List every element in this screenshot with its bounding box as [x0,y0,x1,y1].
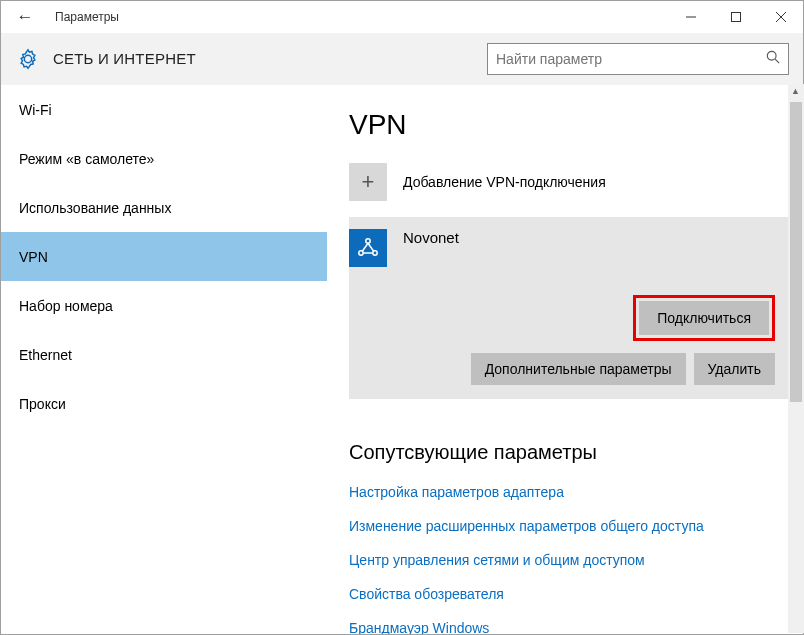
link-windows-firewall[interactable]: Брандмауэр Windows [349,620,803,634]
maximize-button[interactable] [713,1,758,33]
highlight-annotation: Подключиться [633,295,775,341]
header: СЕТЬ И ИНТЕРНЕТ [1,33,803,85]
close-icon [776,12,786,22]
sidebar-item-vpn[interactable]: VPN [1,232,327,281]
sidebar-item-data-usage[interactable]: Использование данных [1,183,327,232]
sidebar-item-wifi[interactable]: Wi-Fi [1,85,327,134]
vpn-connection-name: Novonet [387,229,459,246]
add-vpn-button[interactable]: + Добавление VPN-подключения [349,163,803,201]
scrollbar[interactable] [788,84,804,633]
svg-point-8 [373,251,377,255]
maximize-icon [731,12,741,22]
vpn-network-icon [349,229,387,267]
back-button[interactable]: ← [1,1,49,33]
search-icon [766,50,780,67]
svg-point-7 [359,251,363,255]
sidebar-item-label: Использование данных [19,200,171,216]
sidebar-item-label: VPN [19,249,48,265]
delete-button[interactable]: Удалить [694,353,775,385]
svg-point-4 [767,51,776,60]
sidebar-item-ethernet[interactable]: Ethernet [1,330,327,379]
advanced-options-button[interactable]: Дополнительные параметры [471,353,686,385]
sidebar: Wi-Fi Режим «в самолете» Использование д… [1,85,327,634]
connect-button[interactable]: Подключиться [639,301,769,335]
search-input[interactable] [496,51,766,67]
svg-line-9 [362,243,368,251]
related-settings: Сопутсвующие параметры Настройка парамет… [349,441,803,634]
section-title: СЕТЬ И ИНТЕРНЕТ [53,50,196,67]
gear-icon [17,48,39,70]
svg-point-6 [366,239,370,243]
titlebar: ← Параметры [1,1,803,33]
close-button[interactable] [758,1,803,33]
sidebar-item-label: Набор номера [19,298,113,314]
window-controls [668,1,803,33]
vpn-connection-item[interactable]: Novonet Подключиться Дополнительные пара… [349,217,789,399]
content: VPN + Добавление VPN-подключения Novonet… [327,85,803,634]
minimize-icon [686,12,696,22]
page-heading: VPN [349,109,803,141]
link-network-center[interactable]: Центр управления сетями и общим доступом [349,552,803,568]
svg-rect-1 [731,13,740,22]
scrollbar-thumb[interactable] [790,102,802,402]
body: Wi-Fi Режим «в самолете» Использование д… [1,85,803,634]
link-adapter-settings[interactable]: Настройка параметров адаптера [349,484,803,500]
link-advanced-sharing[interactable]: Изменение расширенных параметров общего … [349,518,803,534]
window-title: Параметры [49,10,119,24]
sidebar-item-label: Wi-Fi [19,102,52,118]
plus-icon: + [349,163,387,201]
related-heading: Сопутсвующие параметры [349,441,803,464]
sidebar-item-label: Режим «в самолете» [19,151,154,167]
add-vpn-label: Добавление VPN-подключения [387,174,606,190]
sidebar-item-proxy[interactable]: Прокси [1,379,327,428]
minimize-button[interactable] [668,1,713,33]
svg-line-5 [775,59,779,63]
sidebar-item-airplane[interactable]: Режим «в самолете» [1,134,327,183]
search-box[interactable] [487,43,789,75]
link-internet-options[interactable]: Свойства обозревателя [349,586,803,602]
sidebar-item-label: Ethernet [19,347,72,363]
svg-line-10 [368,243,374,251]
sidebar-item-label: Прокси [19,396,66,412]
sidebar-item-dialup[interactable]: Набор номера [1,281,327,330]
